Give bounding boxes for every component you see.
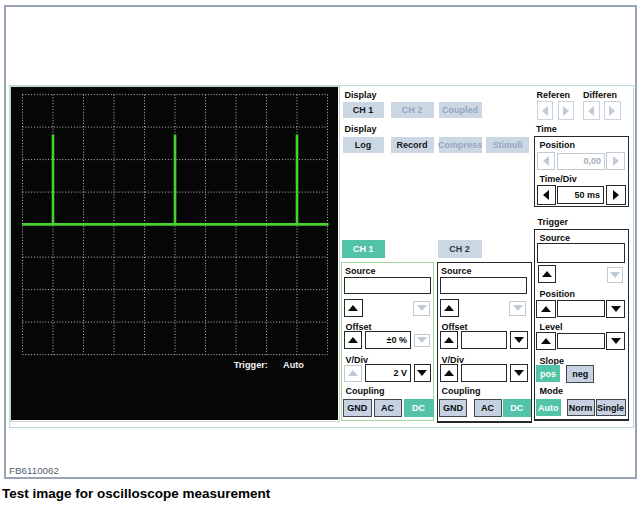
svg-text:Trigger:: Trigger:	[234, 360, 268, 370]
svg-text:Auto: Auto	[283, 360, 304, 370]
